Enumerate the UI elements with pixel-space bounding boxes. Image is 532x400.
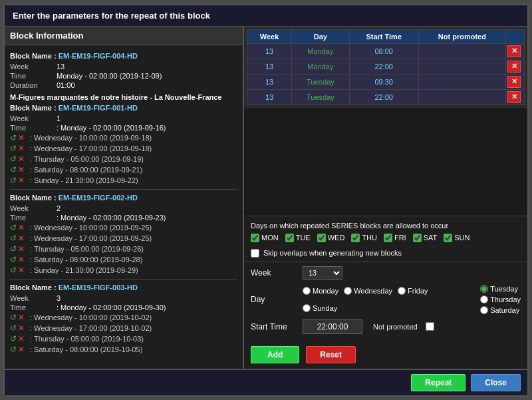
delete-row-3-btn[interactable]: ✕: [507, 76, 521, 88]
delete-icon-1[interactable]: ✕: [18, 133, 25, 142]
day-radio-col1: Monday Wednesday Friday: [303, 285, 467, 314]
day-check-sun[interactable]: SUN: [444, 234, 469, 242]
repeat-row-5: ↺ ✕ : Sunday - 21:30:00 (2019-09-22): [10, 176, 237, 185]
col-start-time: Start Time: [349, 29, 418, 43]
radio-wednesday[interactable]: Wednesday: [344, 285, 392, 297]
block1-week-row: Week 13: [10, 63, 237, 71]
reset-button[interactable]: Reset: [306, 346, 356, 363]
day-check-mon[interactable]: MON: [251, 234, 279, 242]
main-dialog: Enter the parameters for the repeat of t…: [3, 4, 529, 397]
radio-thursday[interactable]: Thursday: [480, 296, 521, 303]
day-check-tue[interactable]: TUE: [285, 234, 311, 242]
block003-week: Week 3: [10, 294, 237, 302]
refresh-icon-5: ↺: [10, 176, 17, 185]
refresh-icon-9: ↺: [10, 255, 17, 264]
day-form-label: Day: [251, 295, 297, 304]
block-name-001: Block Name : EM-EM19-FIGF-001-HD: [10, 104, 237, 112]
week-select[interactable]: 13 1234 5678 9101112 141516: [303, 266, 342, 280]
refresh-icon-2: ↺: [10, 144, 17, 153]
radio-input-tuesday[interactable]: [480, 285, 488, 293]
repeat-row-13: ↺ ✕ : Thursday - 05:00:00 (2019-10-03): [10, 334, 237, 343]
radio-input-sunday[interactable]: [303, 304, 311, 312]
block-name-003: Block Name : EM-EM19-FIGF-003-HD: [10, 284, 237, 292]
block001-week: Week 1: [10, 114, 237, 122]
block002-time: Time : Monday - 02:00:00 (2019-09-23): [10, 214, 237, 222]
refresh-icon-6: ↺: [10, 223, 17, 232]
delete-icon-4[interactable]: ✕: [18, 165, 25, 174]
delete-icon-7[interactable]: ✕: [18, 234, 25, 243]
radio-input-wednesday[interactable]: [344, 287, 352, 295]
block-name-002: Block Name : EM-EM19-FIGF-002-HD: [10, 194, 237, 202]
refresh-icon-10: ↺: [10, 266, 17, 275]
delete-icon-14[interactable]: ✕: [18, 345, 25, 354]
radio-monday[interactable]: Monday: [303, 285, 338, 297]
delete-icon-2[interactable]: ✕: [18, 144, 25, 153]
delete-row-2-btn[interactable]: ✕: [507, 61, 521, 73]
delete-icon-10[interactable]: ✕: [18, 266, 25, 275]
day-check-sat[interactable]: SAT: [413, 234, 438, 242]
day-checkbox-sun[interactable]: [444, 234, 452, 242]
delete-row-4-btn[interactable]: ✕: [507, 91, 521, 103]
delete-row-1-btn[interactable]: ✕: [507, 45, 521, 57]
radio-input-saturday[interactable]: [480, 306, 488, 314]
action-buttons: Add Reset: [244, 343, 527, 369]
radio-input-monday[interactable]: [303, 287, 311, 295]
delete-icon-11[interactable]: ✕: [18, 313, 25, 322]
refresh-icon-1: ↺: [10, 133, 17, 142]
day-checkbox-mon[interactable]: [251, 234, 259, 242]
start-time-input[interactable]: [303, 319, 362, 334]
col-day: Day: [292, 29, 350, 43]
refresh-icon-7: ↺: [10, 234, 17, 243]
radio-sunday[interactable]: Sunday: [303, 302, 337, 314]
dialog-title: Enter the parameters for the repeat of t…: [5, 5, 527, 27]
block003-time: Time : Monday - 02:00:00 (2019-09-30): [10, 303, 237, 311]
day-checkbox-sat[interactable]: [413, 234, 422, 242]
day-checkbox-tue[interactable]: [285, 234, 294, 242]
day-check-fri[interactable]: FRI: [384, 234, 406, 242]
delete-icon-3[interactable]: ✕: [18, 154, 25, 164]
repeat-row-9: ↺ ✕ : Saturday - 08:00:00 (2019-09-28): [10, 255, 237, 264]
refresh-icon-13: ↺: [10, 334, 17, 343]
radio-saturday[interactable]: Saturday: [480, 306, 521, 314]
refresh-icon-14: ↺: [10, 345, 17, 354]
close-button[interactable]: Close: [471, 374, 521, 391]
series-title: M-Figures marquantes de notre histoire -…: [10, 93, 237, 101]
col-week: Week: [247, 29, 292, 43]
delete-icon-9[interactable]: ✕: [18, 255, 25, 264]
schedule-table-area: Week Day Start Time Not promoted 13 Mond…: [244, 27, 527, 108]
form-section: Week 13 1234 5678 9101112 141516 Day: [244, 262, 527, 343]
day-check-wed[interactable]: WED: [317, 234, 345, 242]
delete-icon-13[interactable]: ✕: [18, 334, 25, 343]
add-button[interactable]: Add: [251, 346, 299, 363]
repeat-row-1: ↺ ✕ : Wednesday - 10:00:00 (2019-09-18): [10, 133, 237, 142]
day-checkbox-wed[interactable]: [317, 234, 326, 242]
day-checkbox-thu[interactable]: [351, 234, 360, 242]
refresh-icon-4: ↺: [10, 165, 17, 174]
day-check-thu[interactable]: THU: [351, 234, 377, 242]
skip-overlaps-label: Skip overlaps when generating new blocks: [263, 249, 402, 257]
radio-tuesday[interactable]: Tuesday: [480, 285, 521, 293]
not-promoted-checkbox[interactable]: [426, 322, 434, 331]
repeat-row-2: ↺ ✕ : Wednesday - 17:00:00 (2019-09-18): [10, 144, 237, 153]
block1-time-row: Time Monday - 02:00:00 (2019-12-09): [10, 72, 237, 80]
radio-input-friday[interactable]: [398, 287, 406, 295]
table-row: 13 Monday 22:00 ✕: [247, 59, 525, 74]
day-checkbox-fri[interactable]: [384, 234, 392, 242]
delete-icon-8[interactable]: ✕: [18, 244, 25, 254]
week-form-row: Week 13 1234 5678 9101112 141516: [251, 266, 521, 280]
delete-icon-12[interactable]: ✕: [18, 323, 25, 333]
repeat-row-6: ↺ ✕ : Wednesday - 10:00:00 (2019-09-25): [10, 223, 237, 232]
radio-friday[interactable]: Friday: [398, 285, 428, 297]
repeat-row-7: ↺ ✕ : Wednesday - 17:00:00 (2019-09-25): [10, 234, 237, 243]
delete-icon-5[interactable]: ✕: [18, 176, 25, 185]
table-row: 13 Tuesday 22:00 ✕: [247, 89, 525, 104]
repeat-button[interactable]: Repeat: [411, 374, 466, 391]
start-time-form-row: Start Time Not promoted: [251, 319, 521, 334]
skip-overlaps-row: Skip overlaps when generating new blocks: [244, 245, 527, 262]
radio-input-thursday[interactable]: [480, 296, 488, 303]
table-row: 13 Tuesday 09:30 ✕: [247, 74, 525, 89]
delete-icon-6[interactable]: ✕: [18, 223, 25, 232]
skip-overlaps-checkbox[interactable]: [251, 249, 259, 258]
refresh-icon-3: ↺: [10, 154, 17, 164]
repeat-row-10: ↺ ✕ : Sunday - 21:30:00 (2019-09-29): [10, 266, 237, 275]
